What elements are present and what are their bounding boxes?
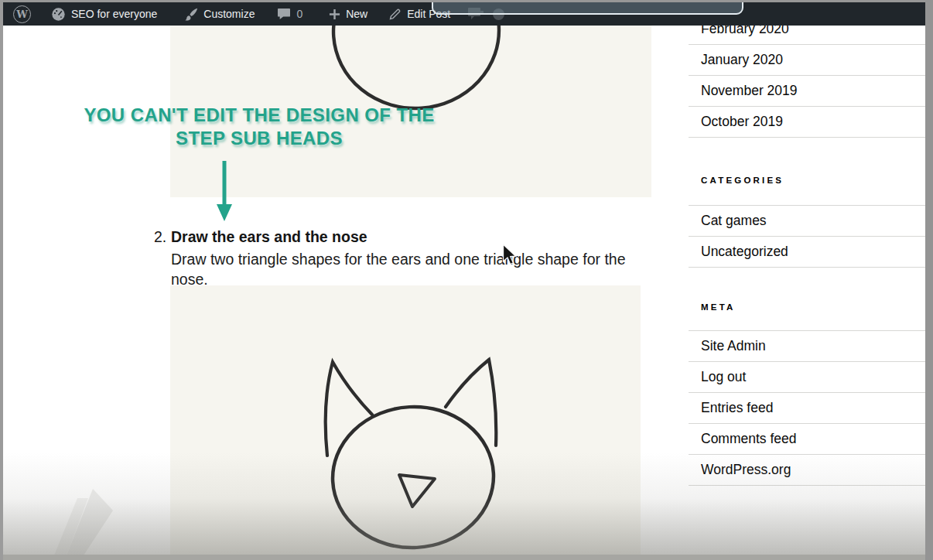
screenshot-stage: YOU CAN'T EDIT THE DESIGN OF THE STEP SU… bbox=[0, 0, 933, 560]
sidebar: February 2020 January 2020 November 2019… bbox=[689, 0, 925, 560]
archive-link-january-2020[interactable]: January 2020 bbox=[689, 45, 925, 76]
frame-edge-top bbox=[0, 0, 933, 2]
meta-link-comments-feed[interactable]: Comments feed bbox=[689, 424, 925, 455]
meta-link-site-admin[interactable]: Site Admin bbox=[689, 331, 925, 362]
admin-bar-seo-for-everyone[interactable]: SEO for everyone bbox=[51, 7, 157, 22]
archive-link-november-2019[interactable]: November 2019 bbox=[689, 76, 925, 107]
meta-link-entries-feed[interactable]: Entries feed bbox=[689, 393, 925, 424]
customize-label: Customize bbox=[203, 8, 255, 20]
wordpress-logo-icon[interactable]: W bbox=[13, 5, 31, 23]
comment-bubble-icon bbox=[277, 8, 291, 20]
annotation-callout: YOU CAN'T EDIT THE DESIGN OF THE STEP SU… bbox=[73, 104, 445, 150]
step-title: Draw the ears and the nose bbox=[171, 227, 638, 246]
seo-for-everyone-label: SEO for everyone bbox=[71, 8, 157, 20]
category-link-cat-games[interactable]: Cat games bbox=[689, 206, 925, 237]
video-watermark-logo bbox=[22, 487, 130, 555]
step-number: 2. bbox=[154, 227, 171, 289]
gauge-icon bbox=[51, 7, 66, 22]
category-link-uncategorized[interactable]: Uncategorized bbox=[689, 237, 925, 268]
annotation-line2: STEP SUB HEADS bbox=[73, 127, 445, 150]
admin-bar-comments[interactable]: 0 bbox=[277, 8, 302, 20]
down-arrow-annotation bbox=[210, 159, 238, 224]
meta-link-wordpress-org[interactable]: WordPress.org bbox=[689, 455, 925, 486]
admin-bar-new[interactable]: New bbox=[329, 8, 367, 20]
annotation-line1: YOU CAN'T EDIT THE DESIGN OF THE bbox=[73, 104, 445, 127]
admin-bar-customize[interactable]: Customize bbox=[185, 8, 255, 21]
meta-list: Site Admin Log out Entries feed Comments… bbox=[689, 330, 925, 486]
cursor-arrow-icon bbox=[502, 244, 519, 267]
plus-icon bbox=[329, 9, 340, 20]
categories-heading: CATEGORIES bbox=[701, 176, 784, 185]
step-content: Draw the ears and the nose Draw two tria… bbox=[171, 227, 638, 289]
meta-link-log-out[interactable]: Log out bbox=[689, 362, 925, 393]
frame-edge-bottom bbox=[0, 555, 933, 560]
wp-admin-bar: W SEO for everyone Customize 0 bbox=[3, 2, 925, 26]
new-label: New bbox=[346, 8, 367, 20]
pencil-icon bbox=[388, 8, 402, 21]
archive-link-october-2019[interactable]: October 2019 bbox=[689, 107, 925, 138]
brush-icon bbox=[185, 8, 198, 21]
meta-heading: META bbox=[701, 302, 736, 312]
post-step-2: 2. Draw the ears and the nose Draw two t… bbox=[154, 227, 638, 289]
comments-count: 0 bbox=[296, 8, 302, 20]
cat-ears-nose-drawing bbox=[170, 285, 641, 560]
categories-list: Cat games Uncategorized bbox=[689, 205, 925, 268]
frame-edge-left bbox=[0, 0, 3, 560]
step-body: Draw two triangle shapes for the ears an… bbox=[171, 250, 638, 289]
frame-edge-right bbox=[925, 0, 933, 560]
archives-list: February 2020 January 2020 November 2019… bbox=[689, 14, 925, 138]
post-image-step2-cat-ears-nose bbox=[170, 285, 641, 560]
